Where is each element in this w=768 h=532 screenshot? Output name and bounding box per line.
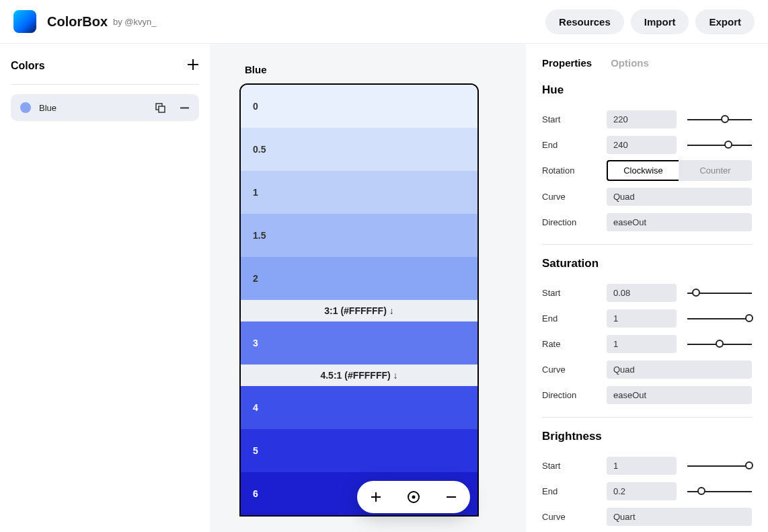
duplicate-button[interactable] <box>155 102 165 113</box>
bri-start-slider[interactable] <box>687 459 752 472</box>
sat-direction-select[interactable] <box>607 386 752 404</box>
hue-end-input[interactable] <box>607 136 677 154</box>
sidebar: Colors Blue <box>0 44 210 532</box>
target-icon <box>407 490 420 504</box>
palette: 00.511.523:1 (#FFFFFF) ↓34.5:1 (#FFFFFF)… <box>239 83 479 517</box>
sat-direction-label: Direction <box>542 390 607 400</box>
contrast-band: 3:1 (#FFFFFF) ↓ <box>241 300 477 321</box>
color-swatch <box>20 102 31 113</box>
contrast-band: 4.5:1 (#FFFFFF) ↓ <box>241 365 477 386</box>
sat-curve-select[interactable] <box>607 360 752 379</box>
shade-row[interactable]: 1 <box>241 171 477 214</box>
hue-direction-label: Direction <box>542 217 607 227</box>
sat-end-slider[interactable] <box>687 311 752 325</box>
minus-icon <box>445 491 457 503</box>
shade-row[interactable]: 3 <box>241 321 477 365</box>
sidebar-title: Colors <box>11 60 45 72</box>
sat-start-slider[interactable] <box>687 286 752 299</box>
hue-curve-select[interactable] <box>607 188 752 206</box>
plus-icon <box>370 491 382 503</box>
hue-end-label: End <box>542 140 607 150</box>
tab-options[interactable]: Options <box>611 57 649 69</box>
zoom-out-button[interactable] <box>442 488 461 506</box>
zoom-in-button[interactable] <box>367 488 385 506</box>
canvas: Blue 00.511.523:1 (#FFFFFF) ↓34.5:1 (#FF… <box>210 44 526 532</box>
sat-rate-label: Rate <box>542 339 607 349</box>
hue-start-label: Start <box>542 114 607 124</box>
sat-rate-slider[interactable] <box>687 337 752 350</box>
shade-row[interactable]: 5 <box>241 429 477 472</box>
plus-icon <box>187 59 199 71</box>
color-name: Blue <box>39 103 155 113</box>
sat-end-input[interactable] <box>607 309 677 328</box>
sat-curve-label: Curve <box>542 365 607 375</box>
shade-row[interactable]: 4 <box>241 386 477 429</box>
hue-end-slider[interactable] <box>687 138 752 151</box>
bri-curve-select[interactable] <box>607 508 752 526</box>
app-logo <box>13 10 36 33</box>
app-title: ColorBox <box>47 14 108 30</box>
minus-icon <box>180 103 190 113</box>
add-color-button[interactable] <box>187 57 199 75</box>
sat-start-label: Start <box>542 288 607 298</box>
sidebar-color-row[interactable]: Blue <box>11 94 199 121</box>
zoom-toolbar <box>357 481 470 513</box>
shade-row[interactable]: 2 <box>241 257 477 300</box>
app-header: ColorBox by @kvyn_ Resources Import Expo… <box>0 0 768 44</box>
remove-button[interactable] <box>179 102 190 113</box>
bri-start-input[interactable] <box>607 457 677 475</box>
svg-point-3 <box>412 496 416 499</box>
hue-direction-select[interactable] <box>607 213 752 231</box>
rotation-counter-button[interactable]: Counter <box>679 160 752 181</box>
zoom-reset-button[interactable] <box>404 488 423 506</box>
bri-title: Brightness <box>542 430 752 443</box>
bri-curve-label: Curve <box>542 512 607 522</box>
bri-end-label: End <box>542 486 607 496</box>
shade-row[interactable]: 1.5 <box>241 214 477 257</box>
shade-row[interactable]: 0 <box>241 85 477 128</box>
sat-rate-input[interactable] <box>607 335 677 353</box>
properties-panel: Properties Options Hue Start End Rotatio… <box>526 44 768 532</box>
hue-curve-label: Curve <box>542 192 607 202</box>
palette-title: Blue <box>245 64 496 75</box>
tab-properties[interactable]: Properties <box>542 57 592 69</box>
sat-start-input[interactable] <box>607 284 677 302</box>
rotation-clockwise-button[interactable]: Clockwise <box>607 160 679 181</box>
hue-rotation-label: Rotation <box>542 165 607 176</box>
hue-title: Hue <box>542 83 752 97</box>
hue-start-slider[interactable] <box>687 112 752 126</box>
copy-icon <box>155 103 165 113</box>
sat-end-label: End <box>542 313 607 324</box>
import-button[interactable]: Import <box>631 9 689 34</box>
resources-button[interactable]: Resources <box>545 9 624 34</box>
svg-rect-1 <box>159 106 165 112</box>
sat-title: Saturation <box>542 257 752 270</box>
hue-start-input[interactable] <box>607 110 677 128</box>
app-byline: by @kvyn_ <box>113 17 157 27</box>
export-button[interactable]: Export <box>695 9 755 34</box>
bri-end-input[interactable] <box>607 482 677 500</box>
bri-end-slider[interactable] <box>687 484 752 498</box>
shade-row[interactable]: 0.5 <box>241 128 477 171</box>
bri-start-label: Start <box>542 461 607 471</box>
